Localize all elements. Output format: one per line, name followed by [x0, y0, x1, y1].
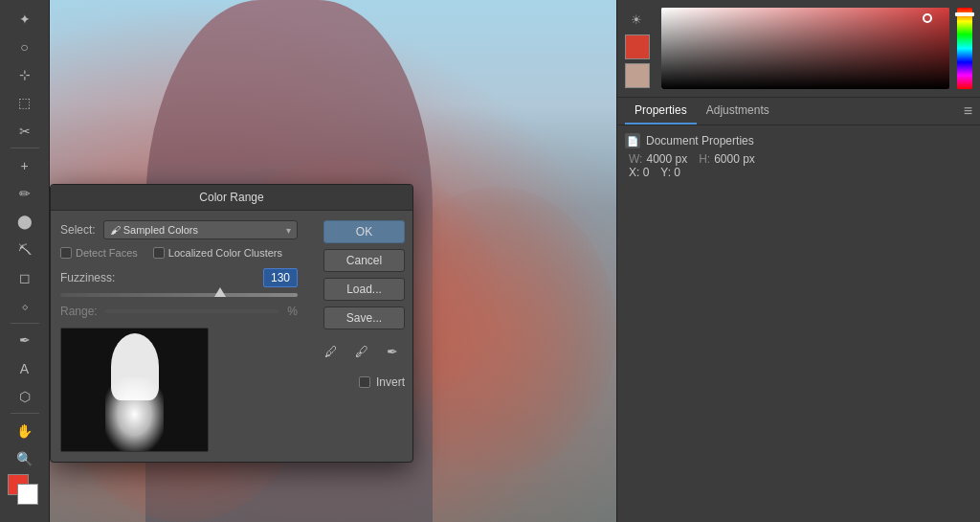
ok-button[interactable]: OK	[323, 220, 405, 243]
tool-slice[interactable]: ✂	[8, 118, 42, 144]
select-row: Select: 🖌 Sampled Colors ▾	[60, 220, 298, 239]
document-title: Document Properties	[646, 134, 754, 148]
background-swatch[interactable]	[17, 484, 38, 505]
toolbar-divider-1	[11, 148, 39, 148]
width-value: 4000 px	[646, 152, 687, 166]
invert-label: Invert	[376, 375, 405, 389]
detect-faces-checkbox[interactable]: Detect Faces	[60, 247, 138, 259]
height-item: H: 6000 px	[699, 152, 755, 166]
height-value: 6000 px	[714, 152, 755, 166]
height-label: H:	[699, 152, 710, 166]
select-value: 🖌 Sampled Colors	[110, 224, 198, 236]
dimensions-row: W: 4000 px H: 6000 px	[629, 152, 972, 166]
hue-strip[interactable]	[957, 8, 972, 89]
panel-menu-icon[interactable]: ≡	[964, 98, 972, 125]
hue-cursor[interactable]	[955, 12, 974, 16]
detect-faces-label: Detect Faces	[76, 247, 138, 259]
position-row: X: 0 Y: 0	[629, 166, 972, 179]
chevron-down-icon: ▾	[286, 225, 291, 236]
panel-right: ☀ Properties Adjustments ≡ 📄 Docu	[616, 0, 980, 522]
tool-hand[interactable]: ✋	[8, 418, 42, 443]
x-value: X: 0	[629, 166, 649, 179]
color-range-dialog: Color Range Select: 🖌 Sampled Colors ▾	[50, 184, 413, 463]
tool-gradient[interactable]: ◻	[8, 264, 42, 290]
eyedropper-add-icon[interactable]: 🖋	[349, 339, 374, 364]
color-swatches	[8, 474, 42, 516]
localized-label: Localized Color Clusters	[168, 247, 282, 259]
localized-clusters-checkbox[interactable]: Localized Color Clusters	[153, 247, 282, 259]
fuzziness-slider[interactable]	[60, 293, 298, 297]
tool-lasso[interactable]: ⊹	[8, 62, 42, 88]
panel-bg-swatch[interactable]	[625, 63, 650, 88]
tool-pen[interactable]: ✒	[8, 328, 42, 353]
range-row: Range: %	[60, 305, 298, 318]
tool-stamp[interactable]: ⬤	[8, 209, 42, 235]
toolbar-divider-2	[11, 323, 39, 324]
tool-zoom[interactable]: 🔍	[8, 446, 42, 472]
thumb-white-smoke	[105, 377, 164, 451]
tab-properties[interactable]: Properties	[625, 98, 697, 125]
range-label: Range:	[60, 305, 98, 318]
toolbar-left: ✦ ○ ⊹ ⬚ ✂ + ✏ ⬤ ⛏ ◻ ⬦ ✒ A ⬡ ✋ 🔍	[0, 0, 50, 522]
x-item: X: 0	[629, 166, 649, 179]
fuzziness-label: Fuzziness:	[60, 271, 115, 284]
slider-track[interactable]	[60, 293, 298, 297]
preview-thumbnail	[60, 328, 209, 452]
eyedropper-icon[interactable]: 🖊	[319, 339, 344, 364]
fuzziness-row: Fuzziness: 130	[60, 268, 298, 287]
invert-row: Invert	[359, 375, 405, 389]
dialog-body: Select: 🖌 Sampled Colors ▾ Detect Faces	[51, 211, 412, 462]
panel-tabs: Properties Adjustments ≡	[617, 98, 980, 125]
small-swatches	[625, 34, 650, 88]
invert-checkbox[interactable]	[359, 376, 370, 388]
toolbar-divider-3	[11, 413, 39, 414]
tool-shape[interactable]: ⬡	[8, 383, 42, 409]
width-item: W: 4000 px	[629, 152, 687, 166]
color-picker-area: ☀	[617, 0, 980, 98]
tool-crop[interactable]: ⬚	[8, 90, 42, 116]
detect-faces-cb-box[interactable]	[60, 247, 72, 259]
tool-move[interactable]: ✦	[8, 6, 42, 32]
localized-cb-box[interactable]	[153, 247, 165, 259]
dialog-title: Color Range	[51, 185, 412, 211]
panel-fg-swatch[interactable]	[625, 34, 650, 59]
select-dropdown[interactable]: 🖌 Sampled Colors ▾	[103, 220, 298, 239]
panel-icons-top: ☀	[625, 8, 654, 88]
tool-heal[interactable]: +	[8, 152, 42, 178]
canvas-area: Color Range Select: 🖌 Sampled Colors ▾	[50, 0, 616, 522]
cancel-button[interactable]: Cancel	[323, 249, 405, 272]
gradient-cursor[interactable]	[923, 13, 932, 23]
select-label: Select:	[60, 223, 96, 237]
tab-adjustments[interactable]: Adjustments	[697, 98, 779, 125]
tool-eraser[interactable]: ⛏	[8, 237, 42, 262]
properties-panel: 📄 Document Properties W: 4000 px H: 6000…	[617, 125, 980, 522]
eyedropper-subtract-icon[interactable]: ✒	[380, 339, 405, 364]
document-icon: 📄	[625, 133, 640, 148]
save-button[interactable]: Save...	[323, 306, 405, 329]
y-item: Y: 0	[660, 166, 680, 179]
y-value: Y: 0	[660, 166, 680, 179]
range-pct: %	[287, 305, 298, 318]
tool-dodge[interactable]: ⬦	[8, 292, 42, 318]
dialog-left: Select: 🖌 Sampled Colors ▾ Detect Faces	[51, 211, 307, 462]
thumb-image	[61, 329, 208, 451]
dialog-right: OK Cancel Load... Save... 🖊 🖋 ✒ Invert	[307, 211, 412, 462]
checkboxes-row: Detect Faces Localized Color Clusters	[60, 247, 298, 259]
eyedropper-row: 🖊 🖋 ✒	[319, 339, 405, 364]
tool-marquee[interactable]: ○	[8, 34, 42, 59]
sun-icon[interactable]: ☀	[625, 8, 648, 31]
swatch-container[interactable]	[8, 474, 42, 509]
color-gradient-picker[interactable]	[661, 8, 949, 89]
tool-brush[interactable]: ✏	[8, 180, 42, 206]
slider-thumb[interactable]	[214, 287, 226, 297]
tool-type[interactable]: A	[8, 355, 42, 381]
range-track[interactable]	[105, 309, 280, 313]
document-properties-row: 📄 Document Properties	[625, 133, 972, 148]
width-label: W:	[629, 152, 642, 166]
load-button[interactable]: Load...	[323, 278, 405, 301]
fuzziness-input[interactable]: 130	[263, 268, 298, 287]
